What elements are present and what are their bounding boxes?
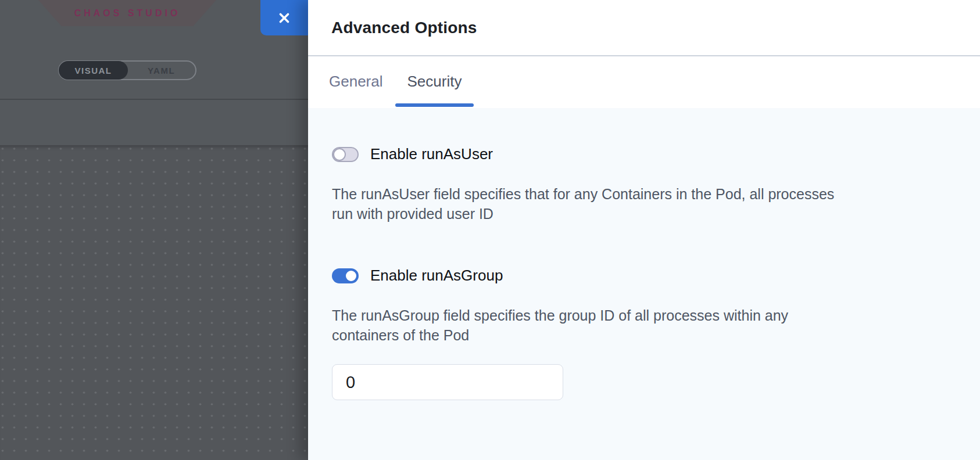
visual-tab[interactable]: VISUAL (59, 61, 128, 80)
run-as-group-value-input[interactable] (332, 364, 563, 400)
yaml-tab[interactable]: YAML (127, 62, 195, 79)
close-icon (277, 10, 292, 26)
enable-run-as-user-toggle[interactable] (332, 147, 359, 162)
description-line: The runAsUser field specifies that for a… (332, 184, 890, 204)
chaos-studio-banner: CHAOS STUDIO (38, 0, 216, 26)
description-line: containers of the Pod (332, 325, 890, 345)
chaos-studio-canvas-panel: CHAOS STUDIO VISUAL YAML (0, 0, 308, 460)
description-line: The runAsGroup field specifies the group… (332, 306, 890, 325)
drawer-header: Advanced Options (308, 0, 980, 56)
security-tab-panel: Enable runAsUser The runAsUser field spe… (308, 108, 980, 460)
enable-run-as-group-toggle[interactable] (332, 268, 359, 283)
enable-run-as-group-label: Enable runAsGroup (370, 267, 503, 285)
description-line: run with provided user ID (332, 204, 890, 224)
tab-security[interactable]: Security (395, 56, 474, 107)
drawer-title: Advanced Options (331, 19, 477, 37)
run-as-group-description: The runAsGroup field specifies the group… (332, 306, 890, 345)
toggle-knob (333, 148, 346, 161)
drawer-tabs: General Security (308, 56, 980, 107)
dotted-canvas (0, 145, 308, 460)
panel-divider (0, 99, 308, 100)
toggle-knob (345, 269, 357, 282)
visual-yaml-toggle: VISUAL YAML (58, 60, 196, 80)
enable-run-as-user-label: Enable runAsUser (370, 145, 493, 163)
advanced-options-drawer: Advanced Options General Security Enable… (308, 0, 980, 460)
run-as-group-row: Enable runAsGroup (332, 267, 957, 285)
run-as-user-row: Enable runAsUser (332, 145, 957, 163)
brand-label: CHAOS STUDIO (74, 8, 181, 19)
run-as-user-description: The runAsUser field specifies that for a… (332, 184, 890, 224)
tab-general[interactable]: General (317, 56, 395, 107)
close-drawer-button[interactable] (260, 0, 308, 35)
